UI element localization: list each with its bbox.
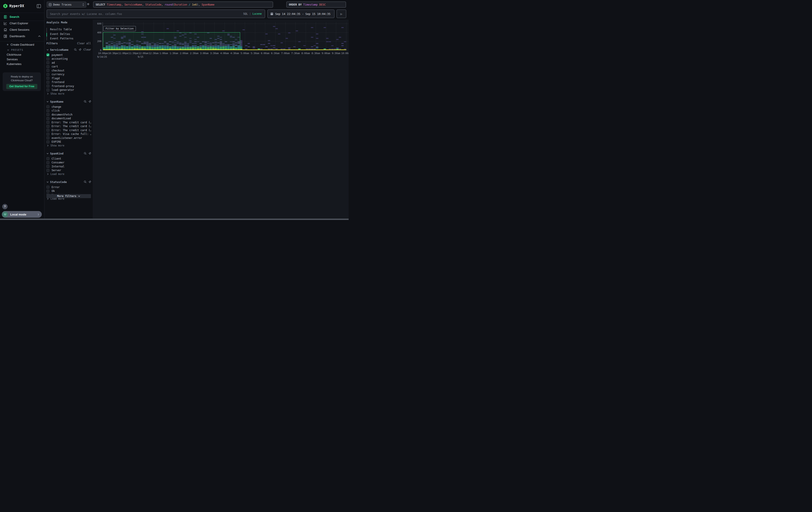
checkbox[interactable]: [47, 109, 49, 112]
show-more-button[interactable]: Show more: [47, 144, 91, 147]
checkbox[interactable]: [47, 85, 49, 87]
filter-option-click[interactable]: click: [47, 109, 91, 113]
checkbox[interactable]: [47, 157, 49, 160]
pin-icon[interactable]: [79, 48, 81, 51]
pin-icon[interactable]: [88, 100, 91, 103]
checkbox[interactable]: [47, 125, 49, 128]
filter-option-ok[interactable]: Ok: [47, 189, 91, 193]
search-icon[interactable]: [74, 48, 77, 51]
checkbox[interactable]: [47, 169, 49, 172]
load-more-button[interactable]: Load more: [47, 172, 91, 176]
checkbox[interactable]: [47, 113, 49, 116]
more-filters-button[interactable]: More filters: [47, 194, 91, 198]
select-clause-input[interactable]: SELECTTimestamp, ServiceName, StatusCode…: [93, 2, 273, 7]
run-query-button[interactable]: ▷: [337, 9, 346, 18]
filter-option-expire[interactable]: EXPIRE: [47, 140, 91, 144]
clear-button[interactable]: Clear: [83, 48, 91, 51]
checkbox[interactable]: [47, 161, 49, 164]
horizontal-scrollbar[interactable]: [0, 219, 349, 220]
filter-option-cart[interactable]: cart: [47, 65, 91, 69]
user-menu[interactable]: U Local mode ❯: [2, 211, 42, 218]
checkbox[interactable]: [47, 165, 49, 168]
checkbox[interactable]: [47, 105, 49, 108]
checkbox[interactable]: [47, 57, 49, 60]
sidebar-item-chart-explorer[interactable]: Chart Explorer: [0, 20, 44, 26]
gear-icon[interactable]: ⚙: [87, 2, 89, 6]
filter-option-load-generator[interactable]: load-generator: [47, 88, 91, 92]
filter-option-ad[interactable]: ad: [47, 61, 91, 65]
checkbox[interactable]: [47, 140, 49, 143]
filter-option-frontend[interactable]: frontend: [47, 80, 91, 84]
orderby-clause-input[interactable]: ORDER BYTimestamp DESC: [286, 2, 346, 7]
filter-option-documentload[interactable]: documentLoad: [47, 117, 91, 120]
analysis-mode-event-patterns[interactable]: Event Patterns: [47, 36, 91, 41]
chart-selection-rect[interactable]: [103, 32, 240, 49]
filter-group-name: ServiceName: [50, 48, 68, 51]
search-input[interactable]: [47, 12, 243, 16]
analysis-mode-results-table[interactable]: Results Table: [47, 27, 91, 32]
filter-by-selection-tooltip[interactable]: Filter by Selection: [104, 26, 136, 31]
checkbox[interactable]: [47, 69, 49, 72]
search-icon[interactable]: [84, 181, 86, 183]
filter-option-frontend-proxy[interactable]: frontend-proxy: [47, 84, 91, 88]
show-more-button[interactable]: Show more: [47, 92, 91, 96]
filter-option-currency[interactable]: currency: [47, 73, 91, 77]
checkbox[interactable]: [47, 121, 49, 124]
filter-option-error-the-credit-card-[interactable]: Error: The credit card (…: [47, 128, 91, 132]
checkbox[interactable]: [47, 65, 49, 68]
checkbox[interactable]: [47, 81, 49, 84]
filter-option-error-the-credit-card-[interactable]: Error: The credit card (…: [47, 125, 91, 129]
checkbox[interactable]: [47, 89, 49, 91]
clear-all-button[interactable]: Clear all: [77, 42, 91, 45]
checkbox[interactable]: [47, 186, 49, 189]
checkbox[interactable]: [47, 61, 49, 64]
chevron-down-icon[interactable]: [47, 49, 49, 51]
sidebar-item-dashboards[interactable]: Dashboards: [0, 33, 44, 39]
time-range-picker[interactable]: Sep 14 22:04:35 - Sep 15 10:04:35: [267, 9, 335, 18]
sidebar-presets-header[interactable]: PRESETS: [0, 48, 51, 52]
filter-option-payment[interactable]: payment: [47, 53, 91, 57]
sidebar-item-kubernetes[interactable]: Kubernetes: [0, 62, 51, 66]
pin-icon[interactable]: [88, 181, 91, 183]
checkbox[interactable]: [47, 136, 49, 139]
filter-option-internal[interactable]: Internal: [47, 164, 91, 168]
sql-mode-button[interactable]: SQL: [243, 12, 248, 16]
filter-option-accounting[interactable]: accounting: [47, 57, 91, 61]
checkbox[interactable]: [47, 129, 49, 132]
sidebar-item-create-dashboard[interactable]: + Create Dashboard: [0, 42, 51, 47]
checkbox-checked[interactable]: [47, 53, 49, 56]
sidebar-collapse-icon[interactable]: [36, 4, 41, 8]
checkbox[interactable]: [47, 117, 49, 120]
lucene-mode-button[interactable]: Lucene: [252, 12, 262, 16]
sidebar-item-services[interactable]: Services: [0, 57, 51, 61]
chevron-down-icon[interactable]: [47, 101, 49, 103]
search-icon[interactable]: [84, 152, 86, 155]
filter-option-error-the-credit-card-[interactable]: Error: The credit card (…: [47, 120, 91, 125]
sidebar-item-clickhouse[interactable]: ClickHouse: [0, 52, 51, 57]
filter-option-consumer[interactable]: Consumer: [47, 161, 91, 165]
filter-option-eventlistener-error[interactable]: eventListener.error: [47, 136, 91, 140]
source-select[interactable]: Demo Traces: [47, 2, 86, 7]
search-icon[interactable]: [84, 100, 86, 103]
filter-option-documentfetch[interactable]: documentFetch: [47, 113, 91, 117]
filter-option-error[interactable]: Error: [47, 185, 91, 189]
chevron-down-icon[interactable]: [47, 181, 49, 183]
filter-option-error-visa-cache-full-[interactable]: Error: Visa cache full: …: [47, 132, 91, 136]
get-started-button[interactable]: Get Started for Free: [6, 84, 37, 89]
filter-option-label: Consumer: [52, 161, 64, 164]
checkbox[interactable]: [47, 133, 49, 136]
checkbox[interactable]: [47, 77, 49, 80]
filter-option-flagd[interactable]: flagd: [47, 76, 91, 80]
sidebar-item-client-sessions[interactable]: Client Sessions: [0, 26, 44, 33]
checkbox[interactable]: [47, 190, 49, 193]
checkbox[interactable]: [47, 73, 49, 76]
pin-icon[interactable]: [88, 152, 91, 155]
filter-option-change[interactable]: change: [47, 105, 91, 109]
chevron-down-icon[interactable]: [47, 153, 49, 155]
filter-option-server[interactable]: Server: [47, 168, 91, 172]
filter-option-checkout[interactable]: checkout: [47, 69, 91, 73]
filter-option-client[interactable]: Client: [47, 157, 91, 161]
analysis-mode-event-deltas[interactable]: Event Deltas: [47, 32, 91, 36]
help-button[interactable]: ?: [2, 204, 7, 209]
sidebar-item-search[interactable]: Search: [0, 14, 44, 20]
